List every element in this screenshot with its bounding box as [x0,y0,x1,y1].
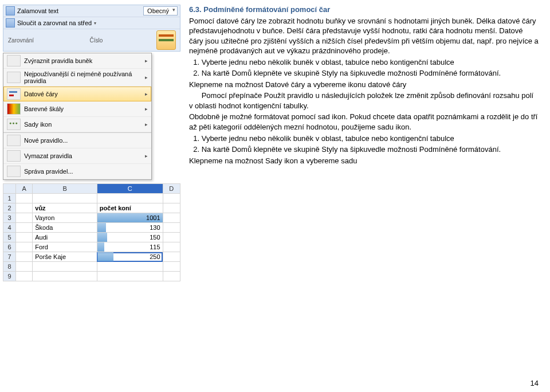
number-group-label: Číslo [88,37,105,44]
row-header[interactable]: 1 [3,194,16,203]
chevron-down-icon[interactable]: ▾ [94,21,99,26]
chevron-right-icon: ▸ [145,75,148,80]
icon-sets-icon [7,119,21,130]
table-cell[interactable]: Ford [33,242,97,252]
menu-new-rule[interactable]: Nové pravidlo... [3,132,151,148]
paragraph: Pomocí datové čáry lze zobrazit hodnotu … [189,16,539,56]
col-header[interactable]: C [97,184,163,194]
col-header[interactable]: B [33,184,97,194]
wrap-text-label: Zalamovat text [17,7,58,14]
table-cell[interactable]: Škoda [33,223,97,233]
table-cell[interactable]: 150 [97,233,163,242]
wrap-text-icon[interactable] [6,6,15,15]
menu-clear-rules[interactable]: Vymazat pravidla ▸ [3,148,151,164]
chevron-right-icon: ▸ [145,91,148,97]
paragraph: Pomocí přepínače Použít pravidlo u násle… [189,91,539,111]
new-rule-icon [7,135,21,146]
list-item: 1. Vyberte jednu nebo několik buněk v ob… [189,57,539,68]
table-cell[interactable]: Audi [33,233,97,242]
header-cell[interactable]: počet koní [97,203,163,213]
paragraph: Obdobně je možné formátovat pomocí sad i… [189,112,539,132]
list-item: 2. Na kartě Domů klepněte ve skupině Sty… [189,68,539,79]
table-cell[interactable]: 130 [97,223,163,233]
chevron-right-icon: ▸ [145,106,148,112]
paragraph: Klepneme na možnost Datové čáry a vybere… [189,80,539,90]
row-header[interactable]: 2 [3,203,16,213]
list-item: 2. Na kartě Domů klepněte ve skupině Sty… [189,144,539,155]
chevron-right-icon: ▸ [145,121,148,127]
section-heading: 6.3. Podmíněné formátování pomocí čar [189,5,539,15]
row-header[interactable]: 3 [3,213,16,223]
conditional-format-menu: Zvýraznit pravidla buněk ▸ Nejpoužívaněj… [3,53,152,180]
row-header[interactable]: 7 [3,252,16,262]
spreadsheet-preview: A B C D 1 2 vůz počet koní 3 Vayron 1001 [3,183,180,281]
menu-manage-rules[interactable]: Správa pravidel... [3,164,151,179]
row-header[interactable]: 4 [3,223,16,233]
table-cell[interactable]: Vayron [33,213,97,223]
clear-rules-icon [7,150,21,162]
chevron-right-icon: ▸ [145,153,148,159]
menu-highlight-rules[interactable]: Zvýraznit pravidla buněk ▸ [3,53,151,69]
row-header[interactable]: 5 [3,233,16,242]
header-cell[interactable]: vůz [33,203,97,213]
table-cell[interactable]: Porše Kaje [33,252,97,262]
table-cell[interactable]: 1001 [97,213,163,223]
alignment-group-label: Zarovnání [6,37,36,44]
table-cell[interactable]: 250 [97,252,163,262]
row-header[interactable]: 9 [3,272,16,281]
data-bars-icon [7,88,21,100]
ribbon-fragment: Zalamovat text Obecný Sloučit a zarovnat… [3,5,180,52]
corner-cell[interactable] [3,184,16,194]
table-cell[interactable]: 115 [97,242,163,252]
menu-color-scales[interactable]: Barevné škály ▸ [3,101,151,117]
conditional-formatting-icon[interactable] [156,30,176,50]
color-scales-icon [7,103,21,115]
document-text: 6.3. Podmíněné formátování pomocí čar Po… [183,5,539,281]
menu-top-bottom[interactable]: Nejpoužívanější či nejméně používaná pra… [3,69,151,87]
col-header[interactable]: A [16,184,33,194]
row-header[interactable]: 8 [3,262,16,272]
menu-data-bars[interactable]: Datové čáry ▸ [3,87,151,101]
chevron-right-icon: ▸ [145,58,148,64]
highlight-cells-icon [7,55,21,66]
col-header[interactable]: D [163,184,180,194]
row-header[interactable]: 6 [3,242,16,252]
page-number: 14 [531,379,539,387]
list-item: 1. Vyberte jednu nebo několik buněk v ob… [189,134,539,144]
merge-center-label: Sloučit a zarovnat na střed [17,19,92,26]
number-format-dropdown[interactable]: Obecný [143,6,178,15]
menu-icon-sets[interactable]: Sady ikon ▸ [3,117,151,132]
manage-rules-icon [7,166,21,177]
top-bottom-icon [7,72,21,83]
merge-center-icon[interactable] [6,18,15,28]
paragraph: Klepneme na možnost Sady ikon a vybereme… [189,156,539,166]
